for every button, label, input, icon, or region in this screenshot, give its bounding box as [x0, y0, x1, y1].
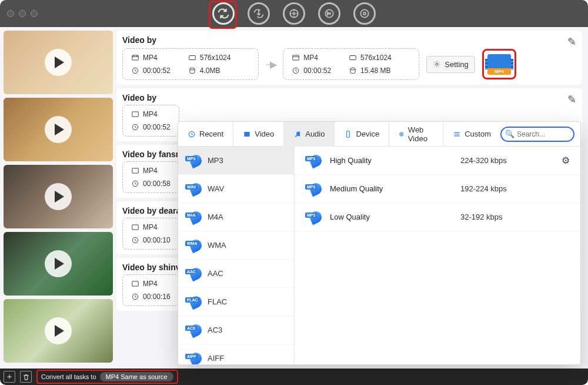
format-badge-icon: AC3: [185, 323, 203, 337]
audio-format-aiff[interactable]: AIFFAIFF: [178, 344, 294, 364]
minimize-window-icon[interactable]: [19, 10, 26, 17]
zoom-window-icon[interactable]: [31, 10, 38, 17]
source-info: MP4 00:00:58: [122, 161, 179, 193]
tab-audio[interactable]: Audio: [284, 122, 335, 147]
blurred-author: [159, 37, 199, 44]
video-thumbnail[interactable]: [4, 165, 113, 228]
source-duration: 00:00:52: [143, 123, 171, 131]
quality-rate: 224-320 kbps: [460, 156, 554, 165]
target-format-button[interactable]: MP4: [486, 52, 513, 76]
burn-tab-icon[interactable]: [353, 2, 376, 25]
setting-button[interactable]: Setting: [426, 56, 475, 73]
format-badge-icon: MP3: [185, 154, 203, 168]
rename-icon[interactable]: ✎: [567, 35, 576, 48]
setting-label: Setting: [445, 60, 468, 69]
task-title: Video by: [122, 35, 576, 45]
source-duration: 00:00:16: [143, 293, 171, 301]
convert-all-format[interactable]: MP4 Same as source: [100, 372, 173, 381]
svg-point-1: [293, 12, 295, 14]
tab-device[interactable]: Device: [335, 122, 389, 147]
audio-format-wma[interactable]: WMAWMA: [178, 231, 294, 260]
close-window-icon[interactable]: [7, 10, 14, 17]
format-badge-icon: FLAC: [185, 295, 203, 309]
compress-tab-icon[interactable]: [283, 2, 305, 25]
delete-task-button[interactable]: [20, 371, 32, 383]
format-badge-icon: MP3: [305, 210, 323, 224]
svg-rect-23: [245, 131, 250, 136]
video-thumbnail[interactable]: [4, 299, 113, 363]
source-info: MP4 00:00:52: [122, 105, 179, 137]
svg-point-12: [350, 68, 355, 70]
audio-format-mp3[interactable]: MP3MP3: [178, 147, 294, 175]
format-badge-icon: MP3: [305, 182, 323, 196]
search-icon: 🔍: [505, 130, 514, 138]
format-label: WMA: [208, 241, 226, 250]
window-traffic-lights: [0, 10, 38, 17]
format-label: M4A: [208, 213, 223, 221]
format-badge-icon: MP3: [305, 154, 323, 168]
edit-tab-icon[interactable]: [318, 2, 340, 25]
format-badge: MP4: [487, 68, 511, 75]
source-duration: 00:00:58: [143, 180, 171, 188]
quality-title: Low Quality: [330, 213, 453, 221]
source-duration: 00:00:52: [143, 67, 171, 75]
quality-option[interactable]: MP3Medium Quality192-224 kbps: [295, 175, 580, 203]
svg-rect-5: [132, 55, 139, 60]
audio-format-list: MP3MP3WAVWAVM4AM4AWMAWMAAACAACFLACFLACAC…: [178, 147, 295, 364]
blurred-author: [159, 95, 199, 102]
convert-tab-icon[interactable]: [212, 2, 235, 25]
add-task-button[interactable]: ＋: [4, 371, 15, 383]
play-icon[interactable]: [45, 116, 72, 143]
task-title-prefix: Video by: [122, 35, 159, 45]
target-container: MP4: [303, 54, 318, 62]
source-container: MP4: [143, 167, 158, 175]
source-resolution: 576x1024: [200, 54, 231, 62]
source-duration: 00:00:10: [143, 236, 171, 244]
tab-web-video[interactable]: Web Video: [389, 122, 443, 147]
quality-title: Medium Quality: [330, 184, 453, 193]
convert-all-label: Convert all tasks to: [41, 373, 96, 380]
play-icon[interactable]: [45, 49, 72, 76]
quality-option[interactable]: MP3High Quality224-320 kbps⚙: [295, 147, 580, 175]
gear-icon[interactable]: ⚙: [562, 155, 570, 166]
audio-format-ac3[interactable]: AC3AC3: [178, 316, 294, 344]
svg-rect-18: [132, 225, 139, 230]
audio-format-m4a[interactable]: M4AM4A: [178, 203, 294, 231]
format-badge-icon: AAC: [185, 267, 203, 281]
tab-recent[interactable]: Recent: [178, 122, 233, 147]
svg-point-8: [190, 68, 195, 70]
format-highlight: MP4: [482, 49, 516, 79]
rename-icon[interactable]: ✎: [567, 93, 576, 106]
format-label: AAC: [208, 269, 223, 278]
format-badge-icon: M4A: [185, 210, 203, 224]
quality-option[interactable]: MP3Low Quality32-192 kbps: [295, 203, 580, 231]
search-wrap: 🔍: [500, 127, 574, 142]
svg-rect-20: [132, 281, 139, 286]
video-thumbnail[interactable]: [4, 232, 113, 296]
play-icon[interactable]: [45, 317, 72, 344]
source-container: MP4: [143, 110, 158, 118]
tab-video[interactable]: Video: [233, 122, 284, 147]
svg-point-13: [436, 63, 439, 65]
task-title: Video by: [122, 93, 576, 102]
source-info: MP4 00:00:16: [122, 274, 179, 306]
format-label: FLAC: [208, 297, 227, 306]
quality-rate: 32-192 kbps: [460, 213, 570, 221]
video-thumbnail[interactable]: [4, 98, 113, 161]
svg-point-3: [360, 9, 368, 17]
audio-format-wav[interactable]: WAVWAV: [178, 175, 294, 203]
play-icon[interactable]: [45, 250, 72, 277]
target-info: MP4 00:00:52 576x1024 15.48 MB: [283, 48, 419, 80]
svg-rect-11: [350, 56, 356, 60]
audio-format-flac[interactable]: FLACFLAC: [178, 288, 294, 316]
format-label: AC3: [208, 326, 222, 334]
download-tab-icon[interactable]: [248, 2, 270, 25]
target-duration: 00:00:52: [303, 67, 331, 75]
task-row: Video by ✎ MP4 00:00:52 576x1024 4.0MB ·…: [116, 31, 582, 85]
audio-format-aac[interactable]: AACAAC: [178, 260, 294, 288]
source-size: 4.0MB: [200, 67, 220, 75]
play-icon[interactable]: [45, 183, 72, 210]
source-container: MP4: [143, 280, 158, 288]
video-thumbnail[interactable]: [4, 31, 113, 94]
tab-custom[interactable]: Custom: [443, 122, 500, 147]
